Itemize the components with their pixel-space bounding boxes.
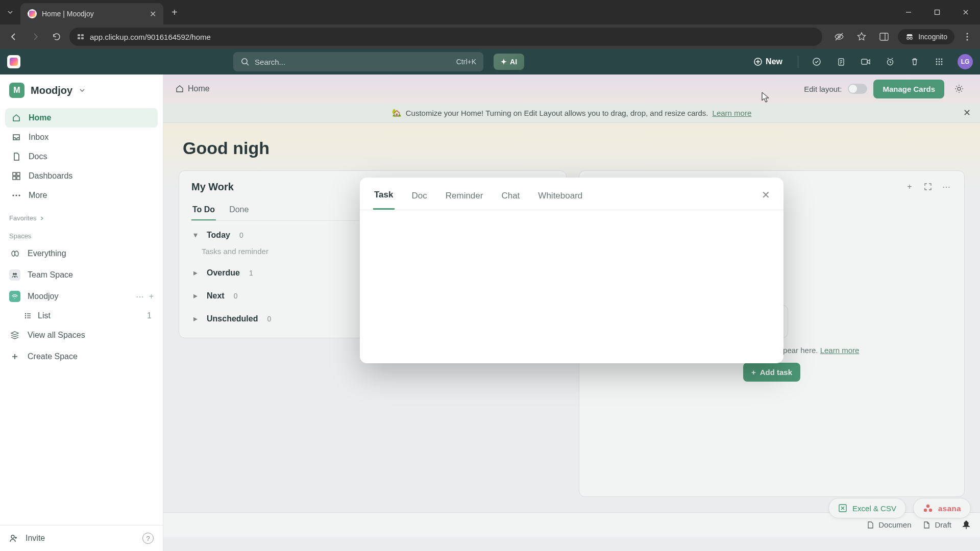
browser-tab[interactable]: Home | Moodjoy ✕ xyxy=(20,3,163,24)
search-kbd: Ctrl+K xyxy=(456,58,476,66)
list-item[interactable]: List 1 xyxy=(0,307,163,324)
sidebar-item-home[interactable]: Home xyxy=(5,108,158,128)
favorites-section[interactable]: Favorites xyxy=(0,207,163,225)
workspace-badge: M xyxy=(9,83,24,98)
back-button[interactable] xyxy=(5,28,22,45)
window-minimize-button[interactable] xyxy=(894,0,923,24)
invite-label[interactable]: Invite xyxy=(26,534,45,543)
create-space[interactable]: Create Space xyxy=(0,346,163,367)
eye-off-icon[interactable] xyxy=(830,28,848,45)
help-icon[interactable]: ? xyxy=(142,533,154,544)
incognito-badge[interactable]: Incognito xyxy=(898,29,954,44)
svg-point-47 xyxy=(11,535,14,538)
check-circle-icon[interactable] xyxy=(807,53,826,71)
space-add-icon[interactable]: + xyxy=(149,292,154,302)
url-bar[interactable]: app.clickup.com/9016164592/home xyxy=(69,28,822,46)
space-label: Create Space xyxy=(28,352,78,361)
sidebar: M Moodjoy Home Inbox Docs xyxy=(0,74,163,551)
svg-line-17 xyxy=(247,63,249,65)
list-label: List xyxy=(38,311,51,320)
search-placeholder: Search... xyxy=(255,58,451,66)
svg-point-37 xyxy=(15,194,17,196)
space-more-icon[interactable]: ⋯ xyxy=(136,292,144,302)
svg-point-36 xyxy=(12,194,14,196)
site-settings-icon[interactable] xyxy=(77,33,85,41)
space-moodjoy[interactable]: Moodjoy ⋯ + xyxy=(0,286,163,307)
svg-point-26 xyxy=(936,61,938,63)
modal-tab-whiteboard[interactable]: Whiteboard xyxy=(537,188,583,209)
new-button[interactable]: New xyxy=(747,53,789,70)
notepad-icon[interactable] xyxy=(832,53,850,71)
svg-point-13 xyxy=(966,33,968,34)
svg-rect-33 xyxy=(17,172,20,176)
trash-icon[interactable] xyxy=(905,53,924,71)
docs-icon xyxy=(11,152,21,161)
sidebar-footer: Invite ? xyxy=(0,525,163,551)
svg-point-28 xyxy=(941,61,943,63)
sidebar-item-label: Inbox xyxy=(29,133,48,142)
space-label: Moodjoy xyxy=(28,292,58,301)
bookmark-star-icon[interactable] xyxy=(853,28,870,45)
window-maximize-button[interactable] xyxy=(923,0,951,24)
svg-rect-34 xyxy=(13,177,16,180)
space-everything[interactable]: Everything xyxy=(0,243,163,264)
ai-button[interactable]: ✦ AI xyxy=(494,54,524,70)
team-icon xyxy=(9,269,20,281)
invite-icon xyxy=(9,534,18,543)
sidebar-item-more[interactable]: More xyxy=(5,186,158,205)
new-tab-button[interactable]: + xyxy=(163,7,186,18)
svg-point-23 xyxy=(936,59,938,60)
apps-grid-icon[interactable] xyxy=(930,53,948,71)
incognito-label: Incognito xyxy=(918,33,947,41)
browser-toolbar: app.clickup.com/9016164592/home Incognit… xyxy=(0,24,980,49)
space-team[interactable]: Team Space xyxy=(0,264,163,286)
search-box[interactable]: Search... Ctrl+K xyxy=(233,52,483,71)
reminder-clock-icon[interactable] xyxy=(881,53,899,71)
record-clip-icon[interactable] xyxy=(856,53,875,71)
sidebar-item-label: More xyxy=(29,191,47,200)
svg-rect-2 xyxy=(78,34,80,36)
sidebar-item-label: Dashboards xyxy=(29,171,72,181)
dashboard-icon xyxy=(11,171,21,181)
search-icon xyxy=(240,57,250,66)
clickup-logo[interactable] xyxy=(7,55,20,68)
tab-close-icon[interactable]: ✕ xyxy=(150,9,156,19)
tab-search-dropdown[interactable] xyxy=(0,9,20,15)
modal-close-icon[interactable]: ✕ xyxy=(762,189,770,208)
reload-button[interactable] xyxy=(48,28,65,45)
modal-tab-doc[interactable]: Doc xyxy=(411,188,428,209)
modal-tab-chat[interactable]: Chat xyxy=(500,188,521,209)
modal-backdrop[interactable]: Task Doc Reminder Chat Whiteboard ✕ xyxy=(163,74,980,551)
workspace-switcher[interactable]: M Moodjoy xyxy=(0,74,163,106)
sidebar-item-inbox[interactable]: Inbox xyxy=(5,128,158,147)
forward-button[interactable] xyxy=(27,28,44,45)
view-all-spaces[interactable]: View all Spaces xyxy=(0,324,163,346)
svg-point-27 xyxy=(939,61,940,63)
modal-body xyxy=(360,210,783,363)
plus-circle-icon xyxy=(753,57,763,66)
side-panel-icon[interactable] xyxy=(875,28,893,45)
space-label: View all Spaces xyxy=(28,331,85,340)
svg-rect-35 xyxy=(17,177,20,180)
sidebar-item-label: Home xyxy=(29,113,51,122)
tab-favicon xyxy=(28,9,37,18)
browser-titlebar: Home | Moodjoy ✕ + xyxy=(0,0,980,24)
main-content: Home Edit layout: Manage Cards 🏡 Customi… xyxy=(163,74,980,551)
user-avatar[interactable]: LG xyxy=(958,54,973,69)
svg-point-40 xyxy=(15,273,17,275)
modal-tab-reminder[interactable]: Reminder xyxy=(445,188,484,209)
svg-point-10 xyxy=(907,37,909,39)
modal-tab-task[interactable]: Task xyxy=(373,187,395,210)
sparkle-icon: ✦ xyxy=(501,58,507,66)
svg-rect-8 xyxy=(880,33,888,40)
svg-point-25 xyxy=(941,59,943,60)
svg-point-24 xyxy=(939,59,940,60)
list-icon xyxy=(23,312,32,320)
sidebar-item-docs[interactable]: Docs xyxy=(5,147,158,166)
svg-point-14 xyxy=(966,36,968,37)
new-label: New xyxy=(766,57,782,66)
browser-menu-button[interactable] xyxy=(960,32,975,41)
svg-point-42 xyxy=(25,315,26,316)
window-close-button[interactable] xyxy=(951,0,980,24)
sidebar-item-dashboards[interactable]: Dashboards xyxy=(5,166,158,186)
